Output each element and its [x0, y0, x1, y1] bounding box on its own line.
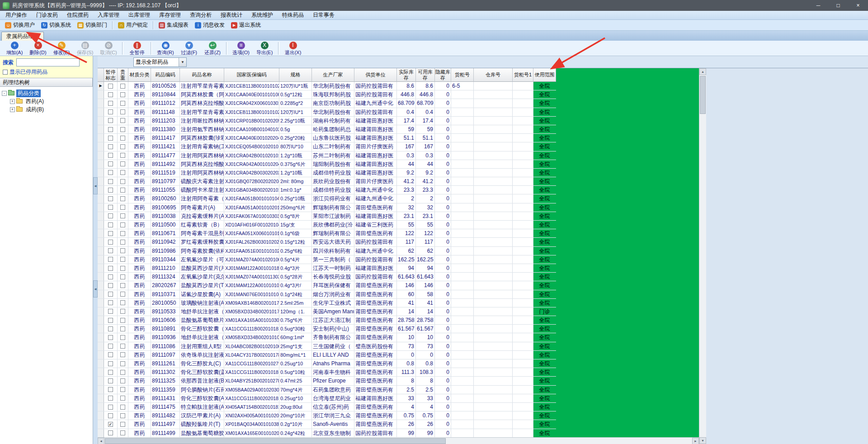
menu-item-6[interactable]: 查询分析: [185, 11, 216, 19]
cell-cabinet1[interactable]: [513, 125, 533, 133]
cell-cabinet1[interactable]: [513, 264, 533, 272]
cell-category[interactable]: 西药: [128, 194, 151, 203]
menu-item-0[interactable]: 用户操作: [1, 11, 32, 19]
cell-pause[interactable]: [104, 377, 118, 385]
pause-checkbox[interactable]: [108, 309, 113, 314]
cell-warehouse[interactable]: [474, 299, 513, 307]
cell-cabinet1[interactable]: [513, 351, 533, 359]
cell-cabinet1[interactable]: [513, 117, 533, 125]
cell-manufacturer[interactable]: 齐鲁制药有限公: [312, 333, 354, 341]
cell-warehouse[interactable]: [474, 151, 513, 160]
cell-name[interactable]: 玻璃酸钠注射液(A: [180, 299, 224, 307]
cell-cabinet1[interactable]: [513, 194, 533, 203]
cell-precious[interactable]: [118, 186, 128, 194]
cell-category[interactable]: 西药: [128, 359, 151, 368]
cell-supplier[interactable]: 莆田璧燕医药有: [354, 368, 397, 376]
cell-pause[interactable]: [104, 125, 118, 133]
cell-cabinet[interactable]: [451, 125, 474, 133]
cell-spec[interactable]: 0.1g*6袋: [279, 229, 312, 237]
precious-checkbox[interactable]: [120, 92, 125, 97]
cell-precious[interactable]: [118, 281, 128, 289]
cell-warehouse[interactable]: [474, 420, 513, 428]
cell-category[interactable]: 西药: [128, 169, 151, 177]
table-row[interactable]: 西药89100695阿奇霉素片(A)XJ01FAA051A00101020125…: [98, 203, 556, 212]
cell-cabinet1[interactable]: [513, 255, 533, 264]
column-header-supplier[interactable]: 供货单位: [354, 68, 397, 82]
cell-insurance[interactable]: XJ01CEQ054B0010201018: [224, 142, 279, 151]
cell-pause[interactable]: [104, 221, 118, 229]
cell-spec[interactable]: 60mg:1ml*: [279, 333, 312, 341]
cell-warehouse[interactable]: [474, 281, 513, 289]
cell-cabinet1[interactable]: [513, 325, 533, 333]
cell-scope[interactable]: 全院: [533, 169, 556, 177]
precious-checkbox[interactable]: [120, 283, 125, 288]
cell-precious[interactable]: [118, 420, 128, 428]
cell-name[interactable]: 注射用青霉素钠(工: [180, 142, 224, 151]
column-header-precious[interactable]: 贵重: [118, 68, 128, 82]
cell-category[interactable]: 西药: [128, 333, 151, 341]
cell-cabinet[interactable]: [451, 151, 474, 160]
cell-insurance[interactable]: XH05AAT154B0020101812: [224, 403, 279, 411]
splitter-collapse-icon[interactable]: ◄: [93, 280, 98, 298]
cell-cabinet[interactable]: [451, 229, 474, 237]
cell-pause[interactable]: [104, 238, 118, 246]
table-row[interactable]: 西药89111325依那西普注射液(BXL04ABY251B0020102783…: [98, 377, 556, 385]
cell-manufacturer[interactable]: 拜耳医药保健有: [312, 281, 354, 289]
cell-available[interactable]: 0.75: [416, 411, 435, 420]
cell-spec[interactable]: 120mg（1.: [279, 307, 312, 316]
column-header-name[interactable]: 药品名称: [180, 68, 224, 82]
cell-warehouse[interactable]: [474, 351, 513, 359]
cell-supplier[interactable]: 莆田璧燕医药有: [354, 281, 397, 289]
cell-precious[interactable]: [118, 151, 128, 160]
cell-spec[interactable]: 70mg*4片: [279, 386, 312, 394]
cell-precious[interactable]: [118, 403, 128, 411]
cell-spec[interactable]: 0.47ml:25: [279, 377, 312, 385]
maximize-button[interactable]: □: [828, 0, 848, 11]
cell-category[interactable]: 西药: [128, 151, 151, 160]
cell-supplier[interactable]: 福建莆田惠好医: [354, 160, 397, 168]
cell-code[interactable]: 89110371: [151, 290, 180, 298]
cell-scope[interactable]: 全院: [533, 229, 556, 237]
pause-checkbox[interactable]: ✓: [108, 422, 113, 427]
cell-cabinet[interactable]: [451, 212, 474, 220]
precious-checkbox[interactable]: [120, 222, 125, 227]
precious-checkbox[interactable]: [120, 136, 125, 141]
cell-stock[interactable]: 73: [397, 342, 416, 350]
cell-hidden[interactable]: 0: [435, 117, 451, 125]
delete-button[interactable]: ×删除(D): [26, 42, 50, 55]
cell-scope[interactable]: 全院: [533, 194, 556, 203]
cell-manufacturer[interactable]: 华北制药股份有: [312, 108, 354, 116]
cell-code[interactable]: 89111148: [151, 108, 180, 116]
cell-precious[interactable]: [118, 194, 128, 203]
column-header-stock[interactable]: 实际库存: [397, 68, 416, 82]
precious-checkbox[interactable]: [120, 405, 125, 410]
cell-available[interactable]: 23.1: [416, 212, 435, 220]
cell-name[interactable]: 阿莫西林胶囊(珍彩: [180, 134, 224, 142]
cell-precious[interactable]: [118, 221, 128, 229]
tree-node-root-row[interactable]: - 药品分类: [2, 89, 91, 97]
precious-checkbox[interactable]: [120, 274, 125, 279]
cell-pause[interactable]: [104, 229, 118, 237]
cell-category[interactable]: 西药: [128, 351, 151, 359]
cell-pause[interactable]: [104, 368, 118, 376]
cell-category[interactable]: 西药: [128, 411, 151, 420]
cell-stock[interactable]: 162.25: [397, 255, 416, 264]
pause-checkbox[interactable]: [108, 378, 113, 383]
cell-available[interactable]: 9.2: [416, 169, 435, 177]
table-row[interactable]: 西药89111359阿仑膦酸钠片(石药XM05BAA029A0010203027…: [98, 386, 556, 394]
cell-warehouse[interactable]: [474, 359, 513, 368]
cell-cabinet1[interactable]: [513, 377, 533, 385]
cell-scope[interactable]: 全院: [533, 134, 556, 142]
cell-supplier[interactable]: 莆田璧燕医药有: [354, 386, 397, 394]
cell-manufacturer[interactable]: 安士制药(中山): [312, 325, 354, 333]
cell-stock[interactable]: 117: [397, 238, 416, 246]
cell-available[interactable]: 41: [416, 299, 435, 307]
cell-spec[interactable]: 0.5g*8片: [279, 212, 312, 220]
cell-stock[interactable]: 41.2: [397, 177, 416, 185]
pause-checkbox[interactable]: [108, 144, 113, 149]
cell-scope[interactable]: 全院: [533, 142, 556, 151]
cell-precious[interactable]: [118, 238, 128, 246]
cell-code[interactable]: 89111302: [151, 368, 180, 376]
precious-checkbox[interactable]: [120, 309, 125, 314]
cell-hidden[interactable]: 0: [435, 108, 451, 116]
